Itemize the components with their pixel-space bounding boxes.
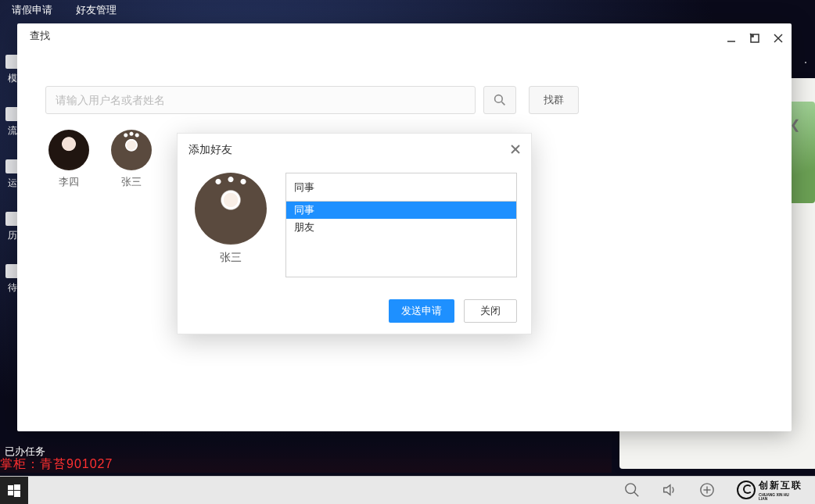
maximize-button[interactable] [746, 30, 763, 47]
svg-rect-10 [14, 484, 20, 490]
combo-dropdown: 同事 朋友 [286, 202, 516, 277]
sidebar-label: 历 [8, 229, 17, 242]
brand-text: 创新互联 [759, 479, 807, 492]
combo-padding [286, 236, 516, 277]
close-button[interactable]: 关闭 [464, 299, 517, 323]
sidebar-label: 运 [8, 177, 17, 190]
avatar [48, 130, 89, 170]
system-tray: 创新互联 CHUANG XIN HU LIAN [624, 476, 807, 504]
minimize-button[interactable] [723, 30, 740, 47]
combo-option[interactable]: 朋友 [286, 219, 516, 236]
top-menu-item-friends[interactable]: 好友管理 [76, 3, 117, 17]
find-group-button[interactable]: 找群 [529, 86, 579, 114]
zoom-icon[interactable] [624, 482, 640, 498]
brand-subtext: CHUANG XIN HU LIAN [759, 493, 798, 501]
svg-line-6 [501, 102, 504, 105]
combo-option[interactable]: 同事 [286, 202, 516, 219]
svg-rect-11 [8, 491, 13, 495]
avatar [111, 130, 152, 170]
search-icon [494, 94, 506, 106]
svg-rect-9 [8, 485, 13, 490]
result-item[interactable]: 李四 [48, 130, 89, 189]
send-request-button[interactable]: 发送申请 [389, 299, 454, 323]
start-button[interactable] [0, 477, 28, 505]
add-friend-modal: 添加好友 张三 同事 同事 朋友 发送申请 关闭 [177, 133, 532, 334]
result-item[interactable]: 张三 [111, 130, 152, 189]
combo-selected-value[interactable]: 同事 [286, 173, 516, 202]
modal-title: 添加好友 [178, 134, 531, 166]
taskbar: 创新互联 CHUANG XIN HU LIAN [0, 476, 815, 504]
add-icon[interactable] [699, 482, 715, 498]
result-name: 李四 [59, 175, 79, 189]
brand-icon [737, 481, 756, 499]
top-menu: 请假申请 好友管理 [12, 3, 117, 17]
sidebar-label: 待 [8, 281, 17, 295]
chevron-left-icon[interactable]: ❮ [790, 117, 804, 131]
windows-icon [8, 484, 20, 497]
sidebar-label: 流 [8, 124, 17, 138]
search-button[interactable] [483, 86, 516, 114]
brand-logo: 创新互联 CHUANG XIN HU LIAN [737, 479, 807, 501]
svg-point-13 [626, 484, 636, 494]
result-name: 张三 [121, 175, 142, 189]
svg-rect-12 [14, 491, 20, 497]
svg-line-14 [634, 492, 638, 496]
watermark-text: 掌柜：青苔901027 [0, 456, 113, 473]
search-input[interactable] [45, 86, 476, 114]
svg-point-5 [495, 95, 503, 103]
group-combobox[interactable]: 同事 同事 朋友 [285, 173, 517, 277]
close-button[interactable] [770, 30, 787, 47]
friend-name: 张三 [220, 251, 242, 265]
sound-icon[interactable] [662, 482, 677, 498]
top-menu-item-leave[interactable]: 请假申请 [12, 3, 52, 17]
close-icon[interactable] [508, 141, 523, 157]
svg-marker-15 [664, 485, 670, 495]
dialog-title: 查找 [17, 23, 792, 48]
sidebar-label: 模 [8, 72, 17, 85]
avatar [195, 173, 267, 245]
